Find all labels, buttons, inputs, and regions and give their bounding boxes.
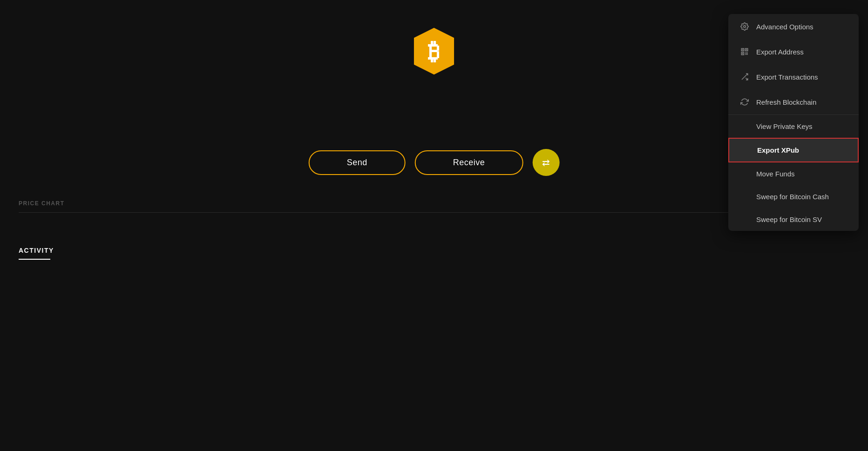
menu-label-export-address: Export Address (756, 48, 804, 56)
menu-item-move-funds[interactable]: Move Funds (728, 162, 859, 185)
menu-label-move-funds: Move Funds (756, 170, 795, 178)
bitcoin-hexagon: ₿ (411, 28, 457, 74)
transfer-button[interactable]: ⇄ (532, 149, 559, 176)
price-chart-section: PRICE CHART (19, 200, 849, 227)
menu-label-sweep-bitcoin-cash: Sweep for Bitcoin Cash (756, 193, 829, 201)
price-chart-label: PRICE CHART (19, 200, 849, 207)
svg-rect-8 (742, 53, 743, 54)
menu-label-export-xpub: Export XPub (757, 146, 799, 154)
svg-text:₿: ₿ (428, 39, 440, 65)
dropdown-menu: Advanced Options Export Address (728, 14, 859, 231)
qr-icon (739, 47, 750, 57)
gear-icon (739, 21, 750, 32)
menu-label-view-private-keys: View Private Keys (756, 122, 813, 130)
svg-rect-10 (747, 53, 748, 54)
menu-label-refresh-blockchain: Refresh Blockchain (756, 98, 816, 106)
send-button[interactable]: Send (309, 150, 406, 175)
menu-label-advanced-options: Advanced Options (756, 23, 814, 31)
arrows-icon (739, 72, 750, 82)
menu-item-advanced-options[interactable]: Advanced Options (728, 14, 859, 39)
menu-label-sweep-bitcoin-sv: Sweep for Bitcoin SV (756, 215, 822, 223)
menu-item-view-private-keys[interactable]: View Private Keys (728, 115, 859, 138)
activity-title: ACTIVITY (19, 247, 849, 254)
bitcoin-logo-container: ₿ (411, 28, 457, 74)
svg-rect-7 (746, 49, 747, 50)
menu-item-sweep-bitcoin-cash[interactable]: Sweep for Bitcoin Cash (728, 185, 859, 208)
receive-button[interactable]: Receive (415, 150, 523, 175)
action-buttons: Send Receive ⇄ (309, 149, 560, 176)
svg-rect-6 (742, 49, 743, 50)
price-chart-divider (19, 212, 849, 213)
menu-item-export-transactions[interactable]: Export Transactions (728, 64, 859, 89)
menu-item-sweep-bitcoin-sv[interactable]: Sweep for Bitcoin SV (728, 208, 859, 231)
menu-item-export-address[interactable]: Export Address (728, 39, 859, 64)
refresh-icon (739, 97, 750, 107)
activity-underline (19, 259, 50, 260)
menu-label-export-transactions: Export Transactions (756, 73, 818, 81)
svg-rect-12 (747, 54, 748, 55)
svg-rect-11 (746, 54, 746, 55)
menu-item-refresh-blockchain[interactable]: Refresh Blockchain (728, 89, 859, 114)
activity-section: ACTIVITY (19, 247, 849, 260)
menu-item-export-xpub[interactable]: Export XPub (728, 138, 859, 162)
svg-point-2 (744, 26, 746, 28)
svg-rect-9 (746, 53, 746, 54)
transfer-icon: ⇄ (542, 157, 550, 168)
